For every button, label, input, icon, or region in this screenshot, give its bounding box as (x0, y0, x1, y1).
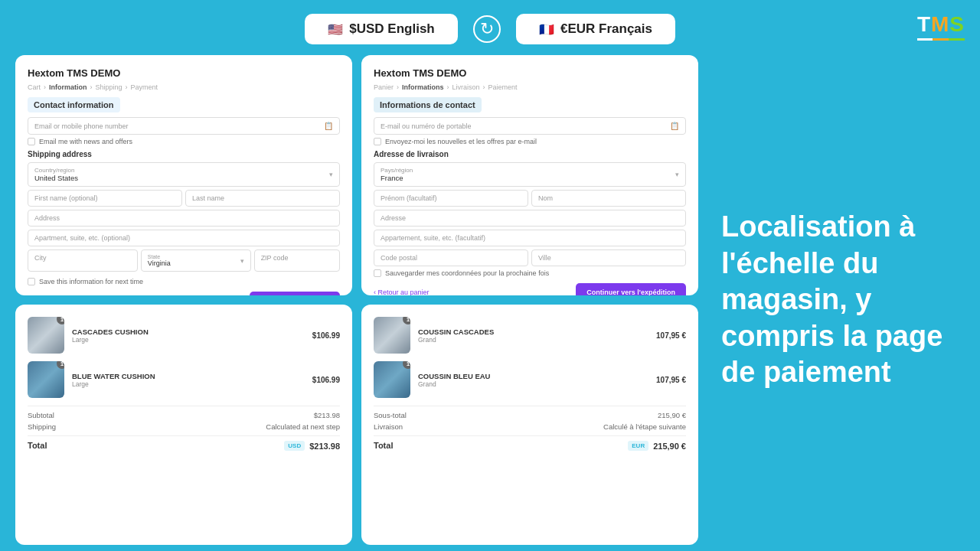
right-item-2-name: COUSSIN BLEU EAU (418, 372, 648, 380)
right-news-checkbox-row: Envoyez-moi les nouvelles et les offres … (374, 138, 686, 145)
left-checkout-card: Hextom TMS DEMO Cart › Information › Shi… (15, 55, 352, 295)
left-panel: Hextom TMS DEMO Cart › Information › Shi… (15, 55, 352, 545)
right-shipping-row: Livraison Calculé à l'étape suivante (374, 422, 686, 431)
left-state-select[interactable]: State Virginia ▾ (141, 249, 251, 272)
contact-book-icon: 📋 (324, 122, 333, 130)
right-shipping-title: Adresse de livraison (374, 150, 686, 158)
right-item-2: 1 COUSSIN BLEU EAU Grand 107,95 € (374, 361, 686, 398)
text-panel: Localisation à l'échelle du magasin, y c… (698, 55, 965, 545)
right-continue-button[interactable]: Continuer vers l'expédition (576, 283, 686, 295)
left-form-actions: ‹ Return to cart Continue to shipping (28, 292, 340, 295)
left-breadcrumb: Cart › Information › Shipping › Payment (28, 83, 340, 91)
right-country-chevron-icon: ▾ (675, 171, 679, 178)
left-name-row: First name (optional) Last name (28, 190, 340, 207)
left-item-1-name: CASCADES CUSHION (72, 328, 305, 336)
right-subtotal-row: Sous-total 215,90 € (374, 411, 686, 419)
left-email-input[interactable]: Email or mobile phone number 📋 (28, 117, 340, 135)
state-chevron-icon: ▾ (240, 257, 244, 265)
left-last-name-input[interactable]: Last name (185, 190, 340, 207)
left-item-2-info: BLUE WATER CUSHION Large (72, 372, 305, 388)
main-content: Hextom TMS DEMO Cart › Information › Shi… (0, 55, 980, 545)
right-form-actions: ‹ Retour au panier Continuer vers l'expé… (374, 283, 686, 295)
right-email-input[interactable]: E-mail ou numéro de portable 📋 (374, 117, 686, 135)
right-name-row: Prénom (facultatif) Nom (374, 190, 686, 207)
left-item-2-badge: 1 (57, 361, 64, 369)
right-item-1: 1 COUSSIN CASCADES Grand 107,95 € (374, 317, 686, 354)
right-apt-input[interactable]: Appartement, suite, etc. (facultatif) (374, 230, 686, 246)
eur-label: €EUR Français (560, 21, 652, 37)
left-news-checkbox[interactable] (28, 138, 35, 145)
left-item-1-price: $106.99 (312, 331, 340, 340)
right-item-2-price: 107,95 € (656, 376, 686, 384)
right-first-name-input[interactable]: Prénom (facultatif) (374, 190, 528, 207)
currency-row: 🇺🇸 $USD English ↻ 🇫🇷 €EUR Français (0, 0, 980, 55)
right-item-2-badge: 1 (403, 361, 410, 369)
left-item-2-image: 1 (28, 361, 64, 398)
right-total-row: Total EUR 215,90 € (374, 441, 686, 451)
left-item-2-price: $106.99 (312, 376, 340, 384)
right-checkout-card: Hextom TMS DEMO Panier › Informations › … (361, 55, 698, 295)
right-item-1-name: COUSSIN CASCADES (418, 328, 648, 336)
left-news-checkbox-row: Email me with news and offers (28, 138, 340, 145)
right-item-1-badge: 1 (403, 317, 410, 324)
right-item-1-image: 1 (374, 317, 410, 354)
right-save-checkbox-row: Sauvegarder mes coordonnées pour la proc… (374, 269, 686, 277)
right-item-2-image: 1 (374, 361, 410, 398)
swap-currency-icon[interactable]: ↻ (473, 15, 501, 43)
right-currency-tag: EUR (628, 441, 648, 451)
left-item-2-name: BLUE WATER CUSHION (72, 372, 305, 380)
left-address-input[interactable]: Address (28, 210, 340, 227)
left-store-name: Hextom TMS DEMO (28, 67, 340, 79)
us-flag-icon: 🇺🇸 (328, 22, 343, 37)
country-chevron-icon: ▾ (329, 171, 333, 178)
left-continue-button[interactable]: Continue to shipping (250, 292, 340, 295)
left-city-input[interactable]: City (28, 249, 138, 272)
right-item-1-variant: Grand (418, 336, 648, 344)
right-save-checkbox[interactable] (374, 269, 381, 277)
left-contact-label: Contact information (28, 97, 120, 112)
left-item-1-badge: 1 (57, 317, 64, 324)
right-last-name-input[interactable]: Nom (531, 190, 686, 207)
left-save-checkbox-row: Save this information for next time (28, 278, 340, 285)
right-city-input[interactable]: Ville (531, 249, 686, 266)
left-item-2: 1 BLUE WATER CUSHION Large $106.99 (28, 361, 340, 398)
left-order-card: 1 CASCADES CUSHION Large $106.99 1 BLUE … (15, 305, 352, 545)
left-save-checkbox[interactable] (28, 278, 35, 285)
right-item-2-info: COUSSIN BLEU EAU Grand (418, 372, 648, 388)
right-postal-city-row: Code postal Ville (374, 249, 686, 266)
right-order-card: 1 COUSSIN CASCADES Grand 107,95 € 1 COUS… (361, 305, 698, 545)
right-news-checkbox[interactable] (374, 138, 381, 145)
localization-heading: Localisation à l'échelle du magasin, y c… (721, 209, 965, 391)
right-item-1-price: 107,95 € (656, 331, 686, 340)
right-address-input[interactable]: Adresse (374, 210, 686, 227)
right-total-amount: EUR 215,90 € (628, 441, 686, 451)
eur-currency-button[interactable]: 🇫🇷 €EUR Français (516, 14, 675, 44)
left-shipping-row: Shipping Calculated at next step (28, 422, 340, 431)
right-country-select[interactable]: Pays/région France ▾ (374, 162, 686, 187)
right-return-link[interactable]: ‹ Retour au panier (374, 289, 430, 295)
left-total-amount: USD $213.98 (284, 441, 340, 451)
right-total-value: 215,90 € (653, 442, 686, 451)
left-item-1: 1 CASCADES CUSHION Large $106.99 (28, 317, 340, 354)
left-shipping-title: Shipping address (28, 150, 340, 158)
right-panel: Hextom TMS DEMO Panier › Informations › … (361, 55, 698, 545)
left-apt-input[interactable]: Apartment, suite, etc. (optional) (28, 230, 340, 246)
right-contact-book-icon: 📋 (670, 122, 679, 130)
tms-logo: TMS (917, 12, 965, 41)
left-first-name-input[interactable]: First name (optional) (28, 190, 182, 207)
right-store-name: Hextom TMS DEMO (374, 67, 686, 79)
left-currency-tag: USD (284, 441, 305, 451)
left-item-2-variant: Large (72, 380, 305, 388)
left-country-select[interactable]: Country/region United States ▾ (28, 162, 340, 187)
right-contact-label: Informations de contact (374, 97, 482, 112)
left-item-1-variant: Large (72, 336, 305, 344)
right-postal-input[interactable]: Code postal (374, 249, 528, 266)
left-total-value: $213.98 (309, 442, 340, 451)
fr-flag-icon: 🇫🇷 (539, 22, 554, 37)
left-item-1-image: 1 (28, 317, 64, 354)
usd-currency-button[interactable]: 🇺🇸 $USD English (305, 14, 458, 44)
left-city-state-row: City State Virginia ▾ ZIP code (28, 249, 340, 275)
left-item-1-info: CASCADES CUSHION Large (72, 328, 305, 344)
left-total-row: Total USD $213.98 (28, 441, 340, 451)
left-zip-input[interactable]: ZIP code (254, 249, 340, 272)
